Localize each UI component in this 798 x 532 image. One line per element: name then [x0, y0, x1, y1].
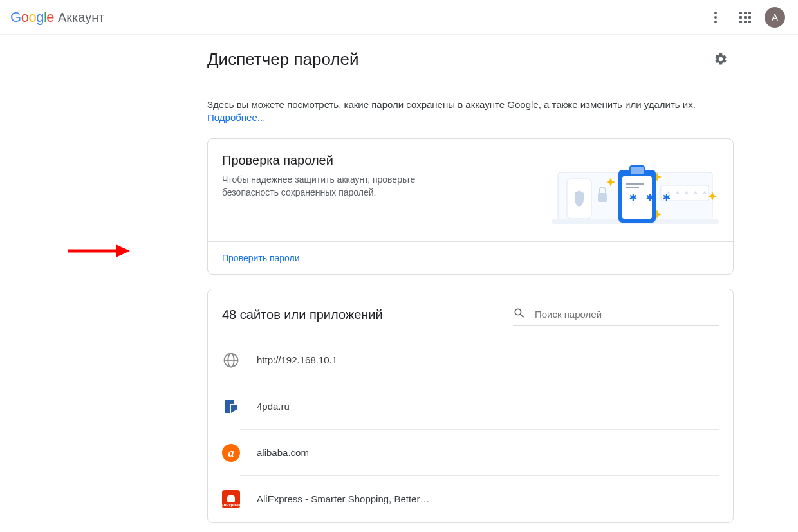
- page-header: Диспетчер паролей: [64, 35, 734, 84]
- profile-button[interactable]: А: [762, 5, 788, 30]
- sites-card: 48 сайтов или приложений http://192.168.…: [207, 289, 734, 523]
- svg-rect-3: [598, 193, 607, 202]
- gear-icon: [714, 52, 728, 66]
- google-logo: Google: [10, 9, 54, 26]
- 4pda-icon: [222, 398, 240, 416]
- sites-title: 48 сайтов или приложений: [222, 307, 503, 322]
- card-body: Проверка паролей Чтобы надежнее защитить…: [208, 139, 733, 242]
- svg-rect-8: [630, 166, 644, 175]
- card-subtitle: Чтобы надежнее защитить аккаунт, проверь…: [222, 173, 467, 199]
- content: Здесь вы можете посмотреть, какие пароли…: [64, 84, 734, 523]
- svg-text:＊＊＊: ＊＊＊: [626, 190, 676, 208]
- card-text: Проверка паролей Чтобы надежнее защитить…: [222, 153, 467, 235]
- alibaba-icon: a: [222, 444, 240, 462]
- globe-icon: [222, 351, 240, 369]
- account-label: Аккаунт: [58, 10, 104, 25]
- site-label: http://192.168.10.1: [240, 337, 719, 383]
- search-input[interactable]: [532, 306, 719, 322]
- top-bar: Google Аккаунт А: [0, 0, 798, 35]
- settings-button[interactable]: [708, 46, 734, 72]
- site-row[interactable]: AliExpress AliExpress - Smarter Shopping…: [222, 476, 719, 522]
- apps-grid-icon: [739, 12, 751, 23]
- password-checkup-card: Проверка паролей Чтобы надежнее защитить…: [207, 138, 734, 275]
- site-label: 4pda.ru: [240, 383, 719, 430]
- site-row[interactable]: a alibaba.com: [222, 430, 719, 476]
- card-title: Проверка паролей: [222, 153, 467, 168]
- site-row[interactable]: 4pda.ru: [222, 383, 719, 430]
- more-vert-icon: [714, 12, 717, 23]
- aliexpress-icon: AliExpress: [222, 490, 240, 508]
- page-title: Диспетчер паролей: [207, 50, 708, 69]
- password-search[interactable]: [513, 304, 719, 326]
- search-icon: [513, 307, 526, 322]
- site-label: AliExpress - Smarter Shopping, Better…: [240, 476, 719, 522]
- logo-group[interactable]: Google Аккаунт: [10, 9, 104, 26]
- more-options-button[interactable]: [703, 5, 728, 30]
- site-row[interactable]: http://192.168.10.1: [222, 337, 719, 383]
- check-passwords-link[interactable]: Проверить пароли: [222, 253, 300, 263]
- site-label: alibaba.com: [240, 430, 719, 476]
- learn-more-link[interactable]: Подробнее...: [207, 112, 265, 123]
- intro-body: Здесь вы можете посмотреть, какие пароли…: [207, 99, 696, 110]
- google-apps-button[interactable]: [732, 5, 758, 30]
- intro-text: Здесь вы можете посмотреть, какие пароли…: [207, 98, 734, 124]
- card-footer: Проверить пароли: [208, 242, 733, 274]
- checkup-illustration: ＊＊＊＊＊ ＊＊＊: [552, 153, 719, 235]
- avatar: А: [765, 7, 785, 28]
